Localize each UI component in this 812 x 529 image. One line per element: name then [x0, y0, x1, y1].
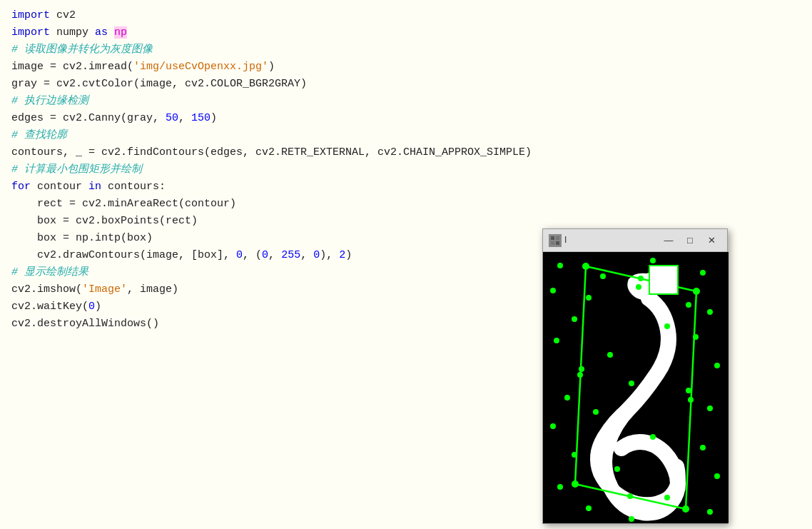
code-token: ),	[320, 249, 339, 261]
float-titlebar: I — □ ✕	[543, 229, 727, 252]
code-token: 2	[339, 249, 345, 261]
float-canvas	[543, 252, 729, 523]
green-dot	[707, 309, 713, 315]
code-token: 255	[281, 249, 300, 261]
svg-point-11	[627, 493, 633, 499]
code-token: 0	[313, 249, 320, 261]
code-token: as	[95, 26, 108, 39]
code-line: edges = cv2.Canny(gray, 50, 150)	[11, 110, 801, 127]
float-title-text: I	[564, 233, 657, 247]
code-line: gray = cv2.cvtColor(image, cv2.COLOR_BGR…	[11, 76, 801, 93]
green-dot	[664, 495, 670, 500]
code-line: # 计算最小包围矩形并绘制	[11, 161, 801, 178]
code-token: cv2.destroyAllWindows()	[11, 318, 159, 330]
green-dot	[586, 295, 592, 301]
green-dot	[629, 516, 634, 522]
green-dot	[554, 338, 559, 343]
green-dot	[700, 270, 706, 276]
minimize-button[interactable]: —	[659, 233, 679, 248]
green-dot	[607, 352, 613, 358]
code-token: # 计算最小包围矩形并绘制	[11, 163, 142, 176]
green-dot	[693, 334, 699, 340]
code-line: image = cv2.imread('img/useCvOpenxx.jpg'…	[11, 59, 801, 76]
code-token: )	[95, 301, 101, 313]
code-token: image = cv2.imread(	[11, 61, 133, 73]
code-token: contour	[31, 181, 88, 193]
green-dot	[557, 263, 563, 268]
code-line: # 读取图像并转化为灰度图像	[11, 41, 801, 59]
green-dot	[572, 316, 577, 322]
code-token: , (	[243, 249, 262, 261]
code-token: 150	[191, 112, 210, 124]
green-dot	[700, 445, 706, 450]
green-dot	[686, 388, 691, 393]
green-dot	[650, 434, 656, 440]
green-dot	[629, 381, 634, 386]
code-token: for	[11, 181, 31, 193]
green-dot	[650, 258, 656, 263]
code-token: )	[345, 249, 352, 261]
code-token: # 读取图像并转化为灰度图像	[11, 44, 153, 56]
code-token: import	[11, 26, 50, 39]
green-dot	[579, 366, 584, 372]
green-dot	[564, 395, 570, 400]
code-token: cv2	[50, 9, 76, 21]
svg-rect-3	[556, 241, 559, 245]
code-token: 'img/useCvOpenxx.jpg'	[133, 61, 268, 73]
code-token: edges = cv2.Canny(gray,	[11, 112, 166, 124]
code-token: ,	[268, 249, 281, 261]
svg-point-7	[682, 505, 689, 513]
code-token: ,	[178, 112, 191, 124]
green-dot	[707, 405, 713, 411]
green-dot	[550, 423, 556, 429]
code-token: gray = cv2.cvtColor(image, cv2.COLOR_BGR…	[11, 78, 307, 90]
svg-point-9	[638, 276, 644, 281]
svg-rect-2	[551, 241, 554, 245]
code-token: ,	[300, 249, 313, 261]
close-button[interactable]: ✕	[701, 233, 721, 248]
white-box	[649, 265, 679, 295]
green-dot	[686, 302, 691, 308]
code-token: cv2.drawContours(image, [box],	[11, 249, 236, 261]
green-dot	[664, 323, 670, 329]
code-token: 0	[262, 249, 268, 261]
code-line: contours, _ = cv2.findContours(edges, cv…	[11, 144, 801, 161]
code-line: # 查找轮廓	[11, 127, 801, 144]
code-token: box = np.intp(box)	[11, 232, 153, 244]
svg-point-8	[572, 480, 579, 488]
code-token: np	[114, 26, 127, 39]
code-token: 50	[166, 112, 178, 124]
code-token: # 执行边缘检测	[11, 95, 88, 107]
svg-marker-4	[575, 266, 696, 509]
green-dot	[557, 484, 563, 490]
code-token: # 查找轮廓	[11, 129, 67, 141]
code-token: # 显示绘制结果	[11, 266, 88, 278]
svg-point-5	[582, 263, 589, 270]
green-dot	[714, 363, 720, 368]
code-token: contours, _ = cv2.findContours(edges, cv…	[11, 146, 532, 158]
code-token: box = cv2.boxPoints(rect)	[11, 215, 198, 227]
code-token: import	[11, 9, 50, 21]
maximize-button[interactable]: □	[680, 233, 700, 248]
code-token: )	[210, 112, 217, 124]
code-token: , image)	[127, 283, 178, 296]
float-title-icon	[549, 234, 562, 247]
code-token: 0	[88, 301, 95, 313]
green-dot	[707, 509, 713, 515]
green-dot	[614, 466, 620, 472]
float-window: I — □ ✕	[542, 228, 728, 524]
green-dot	[600, 273, 606, 279]
code-token	[108, 26, 114, 39]
code-token: cv2.imshow(	[11, 283, 82, 296]
code-line: box = cv2.boxPoints(rect)	[11, 213, 801, 230]
svg-point-12	[577, 372, 583, 378]
code-token: numpy	[50, 26, 95, 39]
green-dot	[550, 288, 556, 293]
code-line: rect = cv2.minAreaRect(contour)	[11, 196, 801, 213]
code-token: )	[268, 61, 275, 73]
code-token: 'Image'	[82, 283, 127, 296]
code-line: import cv2	[11, 7, 801, 24]
code-token: in	[88, 181, 101, 193]
bounding-box	[543, 252, 729, 523]
svg-rect-1	[556, 236, 559, 240]
